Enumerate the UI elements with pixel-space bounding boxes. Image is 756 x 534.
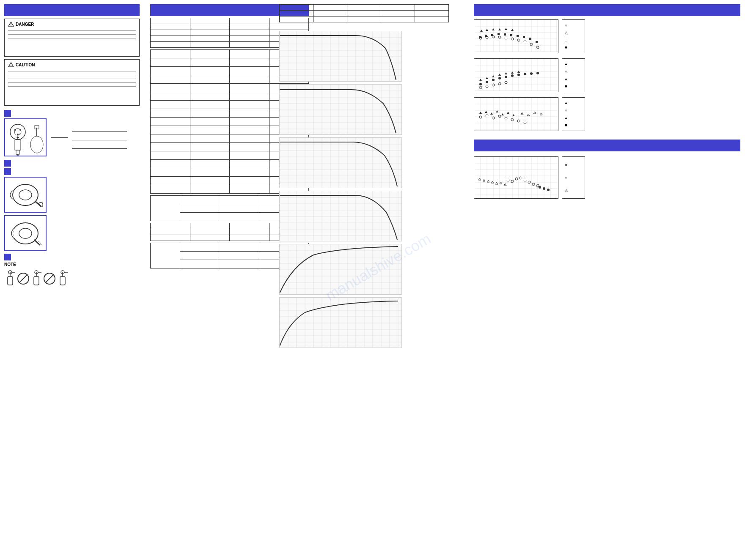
legend-symbol-filled-circle-3: ●: [564, 101, 568, 105]
legend-symbol-filled-circle-b: ●: [564, 163, 568, 167]
danger-triangle-icon: !: [8, 22, 14, 27]
legend-symbol-filled-square: ■: [564, 45, 568, 49]
diagram-box-2: [4, 177, 47, 213]
dash-separator: [51, 137, 68, 138]
legend-item-3-2: ○: [564, 108, 583, 112]
legend-symbol-open-square: □: [564, 38, 568, 42]
no-symbol-1: [17, 272, 30, 285]
svg-text:!: !: [11, 24, 11, 26]
fire-extinguisher-icon-3: [57, 270, 69, 287]
graph-6-svg: [280, 298, 402, 348]
legend-item-3-4: ■: [564, 123, 583, 127]
svg-point-6: [14, 129, 16, 131]
svg-marker-244: [517, 71, 520, 73]
text-lines-1: [72, 126, 127, 149]
svg-rect-31: [34, 277, 39, 285]
svg-point-22: [19, 228, 32, 238]
left-column: ! DANGER ! CAUTION: [4, 4, 148, 290]
svg-point-314: [520, 177, 522, 179]
svg-point-229: [486, 81, 488, 83]
svg-marker-284: [533, 112, 536, 114]
legend-symbol-filled-triangle-3: ▲: [564, 116, 568, 120]
svg-text:!: !: [11, 64, 11, 67]
charts-column: [279, 4, 465, 351]
svg-marker-269: [490, 112, 493, 115]
svg-marker-270: [496, 110, 498, 112]
legend-symbol-filled-circle: ●: [564, 62, 568, 66]
blue-marker-note: [4, 254, 11, 260]
legend-item-3-1: ●: [564, 101, 583, 105]
legend-symbol-open-circle-3: ○: [564, 108, 568, 112]
svg-rect-9: [15, 140, 21, 150]
svg-rect-188: [498, 33, 500, 35]
svg-point-235: [524, 73, 526, 75]
legend-symbol-open-circle-b: ○: [564, 175, 568, 180]
svg-point-320: [543, 187, 545, 190]
legend-symbol-open-circle: ○: [564, 23, 568, 27]
legend-1: ○ △ □ ■: [562, 19, 585, 53]
svg-rect-192: [523, 36, 525, 38]
svg-marker-238: [479, 79, 482, 81]
no-symbol-2: [43, 272, 56, 285]
svg-marker-240: [492, 75, 495, 77]
svg-point-18: [13, 184, 38, 205]
graph-4-svg: [280, 191, 402, 241]
svg-marker-272: [507, 112, 509, 114]
caution-triangle-icon: !: [8, 62, 14, 67]
svg-point-313: [515, 178, 518, 180]
scatter-2-svg: [474, 59, 558, 92]
graph-2-svg: [280, 85, 402, 135]
svg-point-237: [536, 72, 539, 74]
svg-point-321: [547, 189, 550, 191]
header-small-table: [279, 4, 449, 22]
caution-box: ! CAUTION: [4, 59, 140, 106]
scatter-chart-2: [474, 58, 558, 92]
svg-rect-194: [536, 41, 538, 43]
svg-rect-193: [529, 38, 531, 40]
svg-marker-199: [505, 28, 507, 30]
svg-point-234: [517, 74, 520, 76]
legend-item-b-2: ○: [564, 175, 583, 180]
diagram-box-1: [4, 118, 47, 156]
scatter-section-1: ○ △ □ ■: [474, 19, 749, 53]
svg-rect-25: [8, 277, 13, 285]
scatter-chart-bottom: [474, 156, 558, 199]
connector-diagram: [5, 119, 47, 156]
svg-marker-267: [479, 112, 482, 114]
far-right-column: ○ △ □ ■: [474, 4, 749, 204]
svg-point-233: [511, 74, 514, 77]
danger-title: ! DANGER: [8, 22, 136, 27]
legend-symbol-filled-square-2: ■: [564, 84, 568, 88]
svg-marker-305: [483, 179, 485, 181]
svg-rect-10: [16, 150, 19, 154]
scatter-3-svg: [474, 98, 558, 131]
danger-label: DANGER: [16, 22, 34, 27]
scatter-bottom-svg: [474, 157, 558, 199]
svg-marker-197: [492, 28, 495, 30]
legend-item-4: ■: [564, 45, 583, 49]
legend-2: ● ○ ▲ ■: [562, 58, 585, 92]
caution-title: ! CAUTION: [8, 62, 136, 67]
scatter-chart-3: [474, 97, 558, 131]
svg-marker-196: [486, 29, 488, 31]
svg-marker-273: [512, 114, 515, 116]
svg-point-19: [19, 190, 32, 200]
svg-rect-190: [510, 34, 512, 36]
svg-marker-283: [527, 114, 530, 116]
svg-point-232: [505, 76, 507, 78]
svg-rect-191: [517, 35, 519, 37]
note-label: NOTE: [4, 262, 148, 267]
svg-marker-241: [498, 74, 501, 76]
legend-item-2-1: ●: [564, 62, 583, 66]
legend-item-2: △: [564, 30, 583, 35]
ring-spanner-diagram: [5, 216, 46, 250]
svg-marker-12: [16, 136, 19, 138]
svg-point-317: [532, 183, 535, 186]
svg-point-7: [19, 129, 21, 131]
scatter-section-2: ● ○ ▲ ■: [474, 58, 749, 92]
graph-6: [279, 297, 402, 348]
danger-box: ! DANGER: [4, 19, 140, 57]
legend-symbol-open-circle-2: ○: [564, 69, 568, 74]
svg-marker-285: [540, 113, 542, 115]
fire-extinguisher-icon-1: [4, 270, 16, 287]
